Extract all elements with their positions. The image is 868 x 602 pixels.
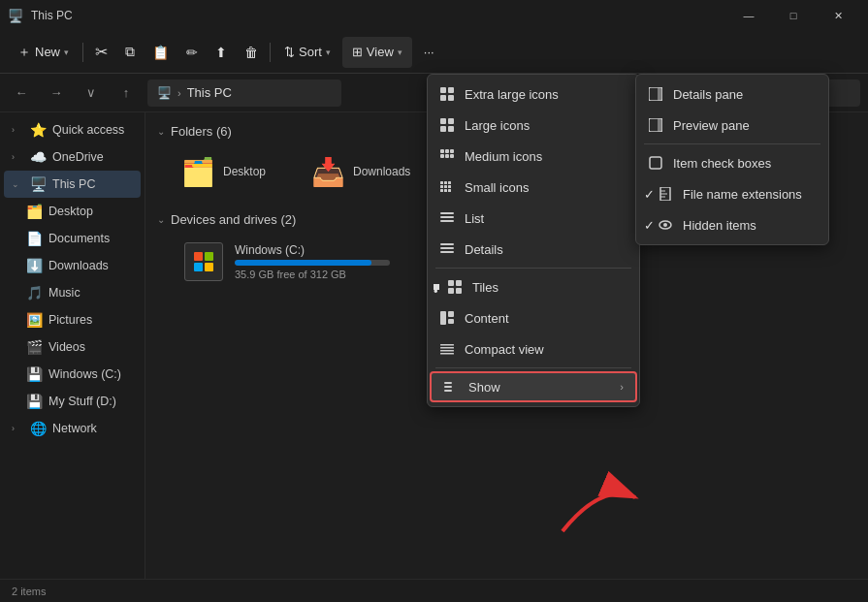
tiles-icon — [447, 279, 463, 295]
submenu-label: Details pane — [673, 87, 743, 102]
expand-recent-button[interactable]: ∨ — [78, 79, 105, 107]
sidebar-label: Documents — [48, 232, 110, 245]
cut-button[interactable]: ✂ — [87, 37, 115, 68]
svg-rect-32 — [456, 288, 462, 294]
close-button[interactable]: ✕ — [816, 0, 860, 31]
submenu-hidden-items[interactable]: ✓ Hidden items — [636, 209, 828, 240]
up-button[interactable]: ↑ — [113, 79, 140, 107]
new-button[interactable]: ＋ New ▾ — [8, 37, 79, 68]
copy-button[interactable]: ⧉ — [117, 37, 143, 68]
minimize-button[interactable]: — — [726, 0, 771, 31]
submenu-item-check-boxes[interactable]: Item check boxes — [636, 147, 828, 178]
large-icon — [439, 117, 455, 133]
view-icon: ⊞ — [352, 45, 363, 59]
check-mark-file-ext: ✓ — [644, 187, 655, 202]
svg-rect-22 — [448, 189, 451, 192]
share-button[interactable]: ⬆ — [208, 37, 235, 68]
sidebar-item-music[interactable]: 🎵 Music — [4, 279, 141, 306]
folders-title: Folders (6) — [171, 124, 232, 139]
delete-button[interactable]: 🗑 — [237, 37, 266, 68]
quick-access-icon: ⭐ — [29, 122, 47, 138]
menu-item-tiles[interactable]: • Tiles — [428, 271, 639, 302]
menu-item-medium[interactable]: Medium icons — [428, 141, 639, 172]
sidebar-item-pictures[interactable]: 🖼️ Pictures — [4, 306, 141, 333]
svg-rect-9 — [445, 149, 449, 153]
svg-rect-26 — [440, 243, 454, 245]
menu-item-extra-large[interactable]: Extra large icons — [428, 79, 639, 110]
svg-rect-20 — [440, 189, 443, 192]
address-path[interactable]: 🖥️ › This PC — [147, 79, 341, 107]
menu-item-list[interactable]: List — [428, 203, 639, 234]
status-text: 2 items — [12, 586, 46, 597]
menu-item-large[interactable]: Large icons — [428, 110, 639, 141]
svg-rect-38 — [440, 350, 454, 352]
menu-item-content[interactable]: Content — [428, 302, 639, 333]
submenu-file-name-ext[interactable]: ✓ File name extensions — [636, 178, 828, 209]
submenu-preview-pane[interactable]: Preview pane — [636, 110, 828, 141]
svg-rect-4 — [440, 118, 446, 124]
check-boxes-icon — [648, 155, 663, 171]
sidebar-label: Quick access — [52, 123, 124, 137]
submenu-details-pane[interactable]: Details pane — [636, 79, 828, 110]
videos-icon: 🎬 — [25, 339, 43, 355]
folder-name-downloads: Downloads — [353, 165, 410, 178]
more-button[interactable]: ··· — [414, 37, 444, 68]
sidebar-label: Downloads — [48, 259, 109, 272]
menu-label: Medium icons — [465, 149, 542, 164]
folder-item-desktop[interactable]: 🗂️ Desktop — [173, 146, 299, 197]
svg-rect-21 — [444, 189, 447, 192]
status-bar: 2 items — [0, 579, 868, 602]
drive-d-icon: 💾 — [25, 394, 43, 409]
paste-button[interactable]: 📋 — [145, 37, 177, 68]
forward-button[interactable]: → — [43, 79, 70, 107]
chevron-icon: › — [12, 424, 23, 433]
svg-rect-0 — [440, 87, 446, 93]
drive-icon-c — [180, 238, 227, 285]
sidebar-item-downloads[interactable]: ⬇️ Downloads — [4, 252, 141, 279]
svg-rect-13 — [450, 154, 454, 158]
sidebar-item-documents[interactable]: 📄 Documents — [4, 225, 141, 252]
details-pane-icon — [648, 86, 663, 102]
sidebar-item-quick-access[interactable]: › ⭐ Quick access — [4, 116, 141, 143]
sort-button[interactable]: ⇅ Sort ▾ — [274, 37, 340, 68]
sidebar-item-my-stuff[interactable]: 💾 My Stuff (D:) — [4, 388, 141, 415]
svg-rect-47 — [650, 157, 661, 169]
sidebar-item-network[interactable]: › 🌐 Network — [4, 415, 141, 442]
chevron-icon: › — [12, 152, 23, 162]
show-icon — [443, 379, 459, 395]
devices-chevron[interactable]: ⌄ — [157, 214, 165, 225]
sort-icon: ⇅ — [284, 45, 295, 59]
svg-rect-30 — [456, 280, 462, 286]
this-pc-icon: 🖥️ — [29, 176, 47, 192]
menu-item-show[interactable]: Show › — [430, 371, 637, 402]
menu-item-small[interactable]: Small icons — [428, 172, 639, 203]
downloads-icon: ⬇️ — [25, 258, 43, 273]
pictures-icon: 🖼️ — [25, 312, 43, 328]
view-button[interactable]: ⊞ View ▾ — [342, 37, 412, 68]
chevron-icon: ⌄ — [12, 179, 23, 189]
menu-item-compact[interactable]: Compact view — [428, 333, 639, 364]
svg-rect-16 — [448, 181, 451, 184]
sidebar-label: Videos — [48, 340, 85, 354]
tiles-dot: • — [434, 284, 439, 290]
small-icon — [439, 179, 455, 195]
folder-item-downloads[interactable]: 📥 Downloads — [303, 146, 429, 197]
toolbar: ＋ New ▾ ✂ ⧉ 📋 ✏ ⬆ 🗑 ⇅ Sort ▾ ⊞ View ▾ ··… — [0, 31, 868, 74]
svg-rect-8 — [440, 149, 444, 153]
rename-button[interactable]: ✏ — [178, 37, 206, 68]
maximize-button[interactable]: □ — [771, 0, 816, 31]
back-button[interactable]: ← — [8, 79, 35, 107]
sidebar-item-desktop[interactable]: 🗂️ Desktop — [4, 198, 141, 225]
menu-item-details[interactable]: Details — [428, 234, 639, 265]
drive-bar-c — [235, 260, 390, 266]
folders-chevron[interactable]: ⌄ — [157, 126, 165, 137]
sidebar-item-this-pc[interactable]: ⌄ 🖥️ This PC — [4, 171, 141, 198]
sidebar-item-onedrive[interactable]: › ☁️ OneDrive — [4, 143, 141, 171]
svg-rect-44 — [658, 87, 662, 101]
svg-rect-17 — [440, 185, 443, 188]
menu-label: List — [465, 211, 484, 226]
menu-label: Large icons — [465, 118, 530, 133]
svg-rect-14 — [440, 181, 443, 184]
sidebar-item-windows-c[interactable]: 💾 Windows (C:) — [4, 361, 141, 388]
sidebar-item-videos[interactable]: 🎬 Videos — [4, 333, 141, 361]
